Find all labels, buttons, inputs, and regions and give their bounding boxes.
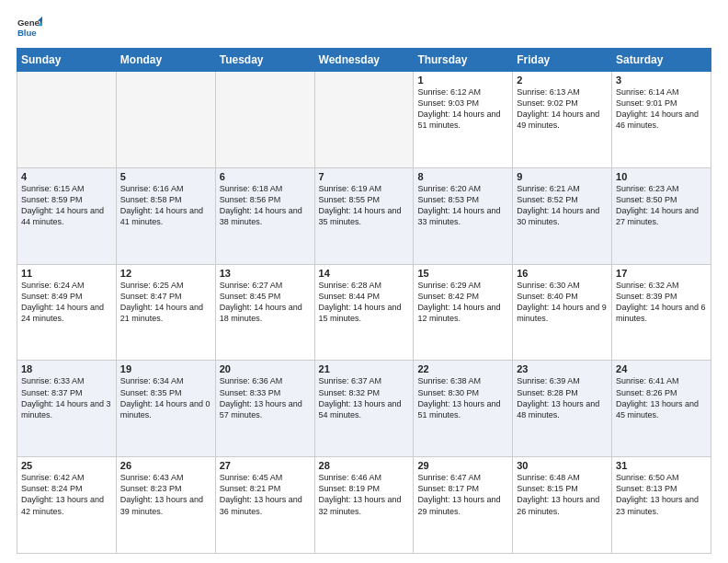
weekday-header-row: SundayMondayTuesdayWednesdayThursdayFrid… xyxy=(17,49,711,72)
calendar-cell xyxy=(215,72,314,168)
svg-text:Blue: Blue xyxy=(17,28,37,38)
calendar-week-2: 4Sunrise: 6:15 AM Sunset: 8:59 PM Daylig… xyxy=(17,167,711,264)
calendar-week-5: 25Sunrise: 6:42 AM Sunset: 8:24 PM Dayli… xyxy=(17,457,711,554)
day-number: 8 xyxy=(417,171,508,182)
svg-text:General: General xyxy=(17,17,42,28)
day-number: 14 xyxy=(319,268,410,279)
day-number: 9 xyxy=(517,171,608,182)
day-number: 15 xyxy=(417,268,508,279)
day-detail: Sunrise: 6:39 AM Sunset: 8:28 PM Dayligh… xyxy=(517,375,608,420)
day-detail: Sunrise: 6:14 AM Sunset: 9:01 PM Dayligh… xyxy=(616,86,707,132)
day-number: 30 xyxy=(517,460,608,471)
day-number: 29 xyxy=(417,460,508,471)
day-number: 2 xyxy=(517,75,608,86)
calendar-cell: 18Sunrise: 6:33 AM Sunset: 8:37 PM Dayli… xyxy=(17,361,117,457)
day-detail: Sunrise: 6:25 AM Sunset: 8:47 PM Dayligh… xyxy=(120,280,211,325)
calendar-cell: 13Sunrise: 6:27 AM Sunset: 8:45 PM Dayli… xyxy=(215,264,314,361)
calendar-cell: 14Sunrise: 6:28 AM Sunset: 8:44 PM Dayli… xyxy=(314,264,414,361)
day-detail: Sunrise: 6:37 AM Sunset: 8:32 PM Dayligh… xyxy=(319,375,410,420)
calendar-cell: 4Sunrise: 6:15 AM Sunset: 8:59 PM Daylig… xyxy=(17,167,117,264)
day-detail: Sunrise: 6:21 AM Sunset: 8:52 PM Dayligh… xyxy=(517,183,608,228)
calendar-cell: 6Sunrise: 6:18 AM Sunset: 8:56 PM Daylig… xyxy=(215,167,314,264)
calendar-cell: 10Sunrise: 6:23 AM Sunset: 8:50 PM Dayli… xyxy=(612,167,711,264)
calendar-cell: 1Sunrise: 6:12 AM Sunset: 9:03 PM Daylig… xyxy=(414,72,513,168)
weekday-header-friday: Friday xyxy=(513,49,612,72)
day-number: 23 xyxy=(517,363,608,374)
day-number: 18 xyxy=(21,363,112,374)
day-number: 12 xyxy=(120,268,211,279)
day-detail: Sunrise: 6:48 AM Sunset: 8:15 PM Dayligh… xyxy=(517,472,608,517)
calendar-cell: 9Sunrise: 6:21 AM Sunset: 8:52 PM Daylig… xyxy=(513,167,612,264)
day-number: 21 xyxy=(319,363,410,374)
day-number: 24 xyxy=(616,363,707,374)
calendar-cell: 2Sunrise: 6:13 AM Sunset: 9:02 PM Daylig… xyxy=(513,72,612,168)
day-detail: Sunrise: 6:28 AM Sunset: 8:44 PM Dayligh… xyxy=(319,280,410,325)
weekday-header-monday: Monday xyxy=(116,49,215,72)
calendar-cell: 11Sunrise: 6:24 AM Sunset: 8:49 PM Dayli… xyxy=(17,264,117,361)
day-number: 6 xyxy=(220,171,311,182)
calendar-cell: 25Sunrise: 6:42 AM Sunset: 8:24 PM Dayli… xyxy=(17,457,117,554)
calendar-cell: 21Sunrise: 6:37 AM Sunset: 8:32 PM Dayli… xyxy=(314,361,414,457)
calendar-cell: 20Sunrise: 6:36 AM Sunset: 8:33 PM Dayli… xyxy=(215,361,314,457)
header: General Blue xyxy=(17,15,711,40)
calendar-cell xyxy=(17,72,117,168)
weekday-header-saturday: Saturday xyxy=(612,49,711,72)
logo: General Blue xyxy=(17,15,46,40)
day-detail: Sunrise: 6:32 AM Sunset: 8:39 PM Dayligh… xyxy=(616,280,707,325)
day-detail: Sunrise: 6:16 AM Sunset: 8:58 PM Dayligh… xyxy=(120,183,211,228)
day-detail: Sunrise: 6:23 AM Sunset: 8:50 PM Dayligh… xyxy=(616,183,707,228)
calendar-cell: 23Sunrise: 6:39 AM Sunset: 8:28 PM Dayli… xyxy=(513,361,612,457)
weekday-header-wednesday: Wednesday xyxy=(314,49,414,72)
day-number: 13 xyxy=(220,268,311,279)
day-detail: Sunrise: 6:45 AM Sunset: 8:21 PM Dayligh… xyxy=(220,472,311,517)
day-detail: Sunrise: 6:27 AM Sunset: 8:45 PM Dayligh… xyxy=(220,280,311,325)
calendar-cell: 8Sunrise: 6:20 AM Sunset: 8:53 PM Daylig… xyxy=(414,167,513,264)
day-detail: Sunrise: 6:43 AM Sunset: 8:23 PM Dayligh… xyxy=(120,472,211,517)
day-detail: Sunrise: 6:41 AM Sunset: 8:26 PM Dayligh… xyxy=(616,375,707,420)
page: General Blue SundayMondayTuesdayWednesda… xyxy=(0,0,728,563)
calendar-cell: 26Sunrise: 6:43 AM Sunset: 8:23 PM Dayli… xyxy=(116,457,215,554)
day-number: 16 xyxy=(517,268,608,279)
day-number: 3 xyxy=(616,75,707,86)
calendar-cell xyxy=(116,72,215,168)
day-detail: Sunrise: 6:20 AM Sunset: 8:53 PM Dayligh… xyxy=(417,183,508,228)
day-number: 25 xyxy=(21,460,112,471)
day-detail: Sunrise: 6:18 AM Sunset: 8:56 PM Dayligh… xyxy=(220,183,311,228)
day-number: 27 xyxy=(220,460,311,471)
calendar-cell: 3Sunrise: 6:14 AM Sunset: 9:01 PM Daylig… xyxy=(612,72,711,168)
day-detail: Sunrise: 6:24 AM Sunset: 8:49 PM Dayligh… xyxy=(21,280,112,325)
day-number: 5 xyxy=(120,171,211,182)
day-number: 31 xyxy=(616,460,707,471)
calendar-cell: 24Sunrise: 6:41 AM Sunset: 8:26 PM Dayli… xyxy=(612,361,711,457)
day-number: 26 xyxy=(120,460,211,471)
calendar-cell: 30Sunrise: 6:48 AM Sunset: 8:15 PM Dayli… xyxy=(513,457,612,554)
calendar-week-4: 18Sunrise: 6:33 AM Sunset: 8:37 PM Dayli… xyxy=(17,361,711,457)
calendar-cell: 31Sunrise: 6:50 AM Sunset: 8:13 PM Dayli… xyxy=(612,457,711,554)
day-detail: Sunrise: 6:36 AM Sunset: 8:33 PM Dayligh… xyxy=(220,375,311,420)
calendar-cell: 22Sunrise: 6:38 AM Sunset: 8:30 PM Dayli… xyxy=(414,361,513,457)
calendar-week-1: 1Sunrise: 6:12 AM Sunset: 9:03 PM Daylig… xyxy=(17,72,711,168)
calendar-cell: 5Sunrise: 6:16 AM Sunset: 8:58 PM Daylig… xyxy=(116,167,215,264)
day-number: 20 xyxy=(220,363,311,374)
calendar-table: SundayMondayTuesdayWednesdayThursdayFrid… xyxy=(17,48,711,554)
day-detail: Sunrise: 6:47 AM Sunset: 8:17 PM Dayligh… xyxy=(417,472,508,517)
day-number: 19 xyxy=(120,363,211,374)
calendar-cell: 17Sunrise: 6:32 AM Sunset: 8:39 PM Dayli… xyxy=(612,264,711,361)
calendar-cell: 15Sunrise: 6:29 AM Sunset: 8:42 PM Dayli… xyxy=(414,264,513,361)
weekday-header-thursday: Thursday xyxy=(414,49,513,72)
day-number: 10 xyxy=(616,171,707,182)
day-detail: Sunrise: 6:34 AM Sunset: 8:35 PM Dayligh… xyxy=(120,375,211,420)
day-detail: Sunrise: 6:42 AM Sunset: 8:24 PM Dayligh… xyxy=(21,472,112,517)
calendar-cell: 12Sunrise: 6:25 AM Sunset: 8:47 PM Dayli… xyxy=(116,264,215,361)
day-detail: Sunrise: 6:33 AM Sunset: 8:37 PM Dayligh… xyxy=(21,375,112,420)
day-number: 22 xyxy=(417,363,508,374)
day-detail: Sunrise: 6:13 AM Sunset: 9:02 PM Dayligh… xyxy=(517,86,608,132)
calendar-cell xyxy=(314,72,414,168)
day-number: 1 xyxy=(417,75,508,86)
day-number: 28 xyxy=(319,460,410,471)
calendar-cell: 28Sunrise: 6:46 AM Sunset: 8:19 PM Dayli… xyxy=(314,457,414,554)
day-detail: Sunrise: 6:19 AM Sunset: 8:55 PM Dayligh… xyxy=(319,183,410,228)
day-number: 4 xyxy=(21,171,112,182)
day-detail: Sunrise: 6:15 AM Sunset: 8:59 PM Dayligh… xyxy=(21,183,112,228)
logo-icon: General Blue xyxy=(17,15,42,40)
